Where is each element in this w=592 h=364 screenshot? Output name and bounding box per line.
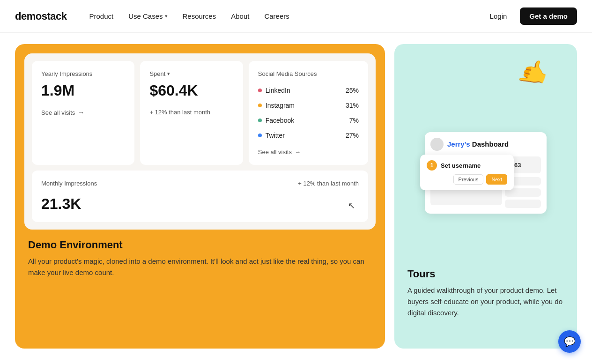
tooltip-previous-button[interactable]: Previous — [453, 174, 484, 185]
tours-visual: 🤙 Jerry's Dashboard 1 Set username — [404, 53, 568, 264]
hand-pointer-icon: 🤙 — [515, 54, 553, 91]
mockup-title: Jerry's Dashboard — [447, 140, 509, 149]
social-item-linkedin: LinkedIn 25% — [258, 83, 359, 98]
tours-description: Tours A guided walkthrough of your produ… — [404, 264, 568, 319]
dashboard-label: Dashboard — [470, 140, 509, 148]
instagram-label: Instagram — [266, 102, 295, 109]
arrow-right-icon: → — [78, 109, 84, 116]
spent-card: Spent ▾ $60.4K + 12% than last month — [140, 61, 243, 165]
dashboard-panel: Yearly Impressions 1.9M See all visits →… — [24, 53, 376, 230]
yearly-impressions-label: Yearly Impressions — [41, 70, 125, 77]
twitter-label: Twitter — [266, 132, 285, 139]
tooltip-step-number: 1 — [427, 160, 437, 171]
demo-env-description: Demo Environment All your product's magi… — [24, 230, 376, 278]
tours-text: A guided walkthrough of your product dem… — [407, 285, 564, 319]
nav-resources[interactable]: Resources — [183, 12, 216, 20]
login-button[interactable]: Login — [484, 8, 513, 24]
navbar: demostack Product Use Cases ▾ Resources … — [0, 0, 592, 33]
instagram-dot — [258, 104, 262, 107]
main-content: Yearly Impressions 1.9M See all visits →… — [0, 33, 592, 360]
avatar — [430, 138, 444, 151]
see-all-visits-social-link[interactable]: See all visits → — [258, 149, 359, 156]
tooltip-popup: 1 Set username Previous Next — [420, 155, 514, 190]
monthly-label: Monthly Impressions — [41, 180, 97, 187]
cursor-icon: ↖ — [348, 201, 355, 211]
nav-about[interactable]: About — [231, 12, 249, 20]
linkedin-percent: 25% — [346, 87, 359, 94]
bottom-stats-row: Monthly Impressions + 12% than last mont… — [32, 171, 368, 222]
instagram-percent: 31% — [346, 102, 359, 109]
social-list: LinkedIn 25% Instagram 31% — [258, 83, 359, 143]
chevron-down-icon: ▾ — [165, 13, 168, 19]
facebook-percent: 7% — [349, 117, 359, 124]
monthly-change: + 12% than last month — [298, 180, 359, 187]
mockup-header: Jerry's Dashboard — [430, 138, 541, 151]
spent-change: + 12% than last month — [149, 109, 233, 116]
social-item-instagram: Instagram 31% — [258, 98, 359, 113]
top-stats-row: Yearly Impressions 1.9M See all visits →… — [32, 61, 368, 165]
dashboard-mockup: Jerry's Dashboard 1 Set username Previou… — [425, 132, 547, 214]
social-media-title: Social Media Sources — [258, 70, 359, 77]
chat-icon: 💬 — [564, 336, 576, 347]
mockup-side-cell-3 — [505, 200, 541, 208]
twitter-dot — [258, 134, 262, 137]
spent-dropdown-icon[interactable]: ▾ — [167, 71, 170, 77]
social-media-card: Social Media Sources LinkedIn 25% — [249, 61, 368, 165]
monthly-value: 21.3K — [41, 195, 81, 213]
arrow-right-icon-social: → — [295, 149, 301, 156]
tooltip-next-button[interactable]: Next — [486, 174, 507, 185]
tooltip-step: 1 Set username — [427, 160, 507, 171]
tours-title: Tours — [407, 268, 564, 280]
nav-use-cases[interactable]: Use Cases ▾ — [128, 12, 167, 20]
nav-careers[interactable]: Careers — [264, 12, 289, 20]
nav-actions: Login Get a demo — [484, 7, 577, 25]
tours-card: 🤙 Jerry's Dashboard 1 Set username — [394, 44, 577, 349]
tooltip-buttons: Previous Next — [427, 174, 507, 185]
yearly-impressions-value: 1.9M — [41, 82, 125, 99]
facebook-dot — [258, 119, 262, 122]
monthly-impressions-card: Monthly Impressions + 12% than last mont… — [32, 171, 368, 222]
facebook-label: Facebook — [266, 117, 294, 124]
demo-env-title: Demo Environment — [28, 239, 372, 251]
demo-environment-card: Yearly Impressions 1.9M See all visits →… — [15, 44, 385, 349]
yearly-impressions-card: Yearly Impressions 1.9M See all visits → — [32, 61, 134, 165]
social-item-twitter: Twitter 27% — [258, 128, 359, 143]
linkedin-dot — [258, 89, 262, 92]
jerry-name: Jerry's — [447, 140, 470, 148]
tooltip-step-text: Set username — [441, 162, 481, 169]
get-demo-button[interactable]: Get a demo — [520, 7, 577, 25]
monthly-header: Monthly Impressions + 12% than last mont… — [41, 180, 359, 192]
spent-label: Spent ▾ — [149, 70, 233, 77]
see-all-visits-link[interactable]: See all visits → — [41, 109, 125, 116]
nav-menu: Product Use Cases ▾ Resources About Care… — [89, 12, 484, 20]
chat-bubble-button[interactable]: 💬 — [558, 330, 581, 353]
twitter-percent: 27% — [346, 132, 359, 139]
demo-env-text: All your product's magic, cloned into a … — [28, 256, 372, 278]
social-item-facebook: Facebook 7% — [258, 113, 359, 128]
linkedin-label: LinkedIn — [266, 87, 290, 94]
spent-value: $60.4K — [149, 82, 233, 99]
nav-product[interactable]: Product — [89, 12, 113, 20]
stats-grid: Yearly Impressions 1.9M See all visits →… — [32, 61, 368, 222]
logo[interactable]: demostack — [15, 10, 67, 22]
